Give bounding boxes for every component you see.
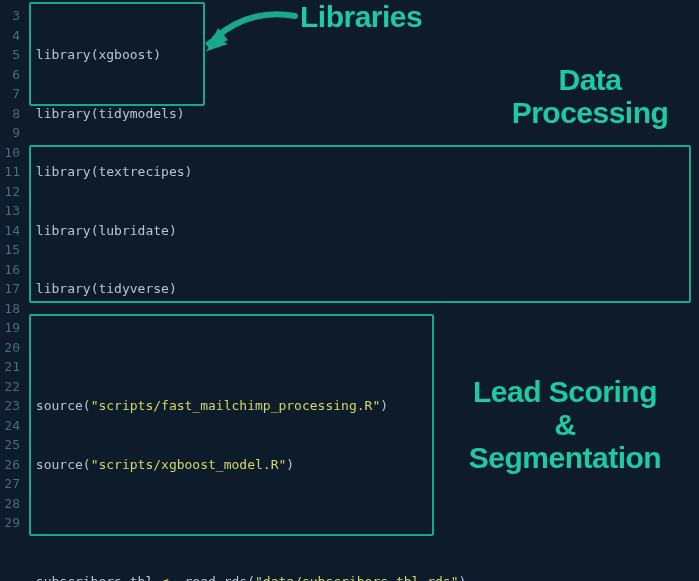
line-number: 26 bbox=[0, 455, 20, 475]
annotation-label-data-processing: DataProcessing bbox=[495, 63, 685, 129]
line-number: 8 bbox=[0, 104, 20, 124]
line-number: 11 bbox=[0, 162, 20, 182]
line-number: 5 bbox=[0, 45, 20, 65]
line-number: 3 bbox=[0, 6, 20, 26]
code-line[interactable]: subscribers_tbl <- read_rds("data/subscr… bbox=[28, 572, 699, 582]
line-number: 17 bbox=[0, 279, 20, 299]
line-number: 24 bbox=[0, 416, 20, 436]
line-number: 23 bbox=[0, 396, 20, 416]
line-number: 19 bbox=[0, 318, 20, 338]
line-number: 14 bbox=[0, 221, 20, 241]
line-number: 12 bbox=[0, 182, 20, 202]
line-number: 15 bbox=[0, 240, 20, 260]
line-number: 16 bbox=[0, 260, 20, 280]
line-number: 9 bbox=[0, 123, 20, 143]
line-number: 7 bbox=[0, 84, 20, 104]
annotation-box-lead-scoring bbox=[29, 314, 434, 536]
line-number: 13 bbox=[0, 201, 20, 221]
line-number: 4 bbox=[0, 26, 20, 46]
line-number: 27 bbox=[0, 474, 20, 494]
line-number: 28 bbox=[0, 494, 20, 514]
annotation-box-data-processing bbox=[29, 145, 691, 303]
line-number: 18 bbox=[0, 299, 20, 319]
annotation-label-lead-scoring: Lead Scoring&Segmentation bbox=[440, 375, 690, 474]
line-number: 29 bbox=[0, 513, 20, 533]
line-number: 22 bbox=[0, 377, 20, 397]
annotation-box-libraries bbox=[29, 2, 205, 106]
line-number-gutter: 3 4 5 6 7 8 9 10 11 12 13 14 15 16 17 18… bbox=[0, 6, 28, 581]
line-number: 21 bbox=[0, 357, 20, 377]
line-number: 25 bbox=[0, 435, 20, 455]
line-number: 10 bbox=[0, 143, 20, 163]
line-number: 6 bbox=[0, 65, 20, 85]
line-number: 20 bbox=[0, 338, 20, 358]
annotation-label-libraries: Libraries bbox=[300, 0, 422, 33]
